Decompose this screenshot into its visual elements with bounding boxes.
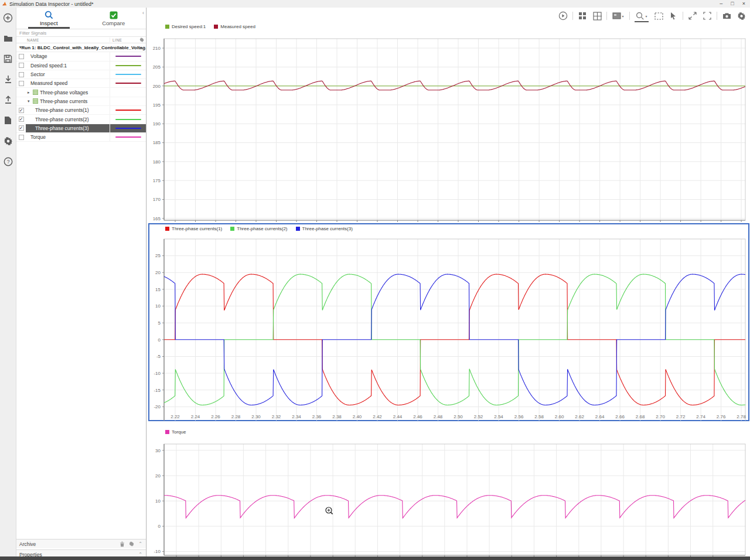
chevron-down-icon[interactable]: ▾	[28, 99, 32, 104]
svg-text:?: ?	[6, 159, 9, 165]
document-icon	[4, 116, 12, 125]
signal-checkbox[interactable]	[19, 135, 24, 140]
column-gear-icon[interactable]	[139, 37, 144, 42]
zoom-plus-cursor-icon	[325, 506, 334, 516]
signal-row[interactable]: Measured speed	[16, 79, 146, 88]
filter-signals-input[interactable]	[16, 29, 146, 36]
pointer-button[interactable]	[668, 11, 679, 21]
signal-label: Desired speed:1	[26, 62, 110, 70]
run-header-label: Run 1: BLDC_Control_with_Ideally_Control…	[22, 45, 146, 50]
close-button[interactable]: ×	[742, 0, 745, 7]
svg-text:2.36: 2.36	[312, 414, 322, 419]
signal-checkbox[interactable]	[19, 63, 24, 68]
maximize-button[interactable]: □	[731, 0, 734, 7]
svg-text:5: 5	[158, 320, 161, 326]
subplot-layout-button[interactable]	[577, 11, 588, 21]
gear-icon[interactable]	[129, 541, 134, 547]
signal-group-row[interactable]: ▸ Three-phase voltages	[16, 88, 146, 97]
svg-text:205: 205	[153, 64, 161, 70]
archive-section-header[interactable]: Archive ⌃	[16, 539, 146, 548]
svg-text:2.32: 2.32	[272, 414, 281, 419]
signal-row[interactable]: Desired speed:1	[16, 62, 146, 70]
matlab-logo-icon	[2, 1, 7, 6]
arrow-down-import-icon	[4, 75, 12, 84]
signal-row[interactable]: ✓Three-phase currents(2)	[16, 115, 146, 124]
create-report-button[interactable]	[0, 110, 16, 131]
line-style-swatch[interactable]	[115, 83, 141, 84]
grid-cross-icon	[593, 12, 602, 21]
signal-label: Three-phase currents(2)	[26, 115, 110, 123]
chevron-up-icon[interactable]: ⌃	[138, 541, 142, 547]
import-button[interactable]	[0, 69, 16, 90]
column-line: LINE	[112, 38, 122, 42]
svg-text:2.72: 2.72	[676, 414, 686, 419]
svg-text:180: 180	[153, 159, 161, 165]
signal-checkbox[interactable]: ✓	[19, 108, 24, 113]
torque-plot[interactable]: 2.262.282.302.322.342.362.382.402.422.44…	[147, 427, 750, 560]
signal-checkbox[interactable]: ✓	[19, 125, 24, 131]
line-style-swatch[interactable]	[115, 128, 141, 129]
svg-text:170: 170	[153, 197, 161, 202]
fullscreen-button[interactable]	[702, 11, 712, 21]
plot-settings-button[interactable]	[736, 11, 746, 21]
arrow-up-export-icon	[4, 95, 12, 104]
signal-checkbox[interactable]: ✓	[19, 117, 24, 122]
signal-row[interactable]: ✓Three-phase currents(3)	[16, 124, 146, 133]
floppy-disk-icon	[4, 54, 12, 63]
replay-button[interactable]	[558, 11, 568, 21]
gear-icon	[737, 12, 746, 21]
minimize-button[interactable]: –	[720, 0, 722, 7]
snapshot-button[interactable]	[721, 11, 732, 21]
svg-text:2.66: 2.66	[615, 414, 625, 419]
save-button[interactable]	[0, 49, 16, 69]
line-style-swatch[interactable]	[115, 119, 141, 120]
speed-plot[interactable]: 2.222.242.262.282.302.322.342.362.382.40…	[147, 26, 750, 223]
currents-plot[interactable]: 2.222.242.262.282.302.322.342.362.382.40…	[147, 225, 750, 421]
visualization-gallery-button[interactable]: ▾	[611, 11, 625, 21]
svg-text:2.74: 2.74	[696, 414, 705, 419]
svg-text:2.28: 2.28	[231, 414, 241, 419]
svg-text:10: 10	[155, 498, 161, 504]
line-style-swatch[interactable]	[115, 110, 141, 111]
tab-compare[interactable]: Compare	[81, 8, 146, 29]
svg-text:-5: -5	[156, 354, 161, 359]
signal-checkbox[interactable]	[19, 81, 24, 86]
line-style-swatch[interactable]	[115, 65, 141, 66]
svg-text:2.60: 2.60	[555, 414, 564, 419]
help-button[interactable]: ?	[0, 151, 16, 172]
svg-text:-20: -20	[154, 404, 161, 409]
svg-text:20: 20	[155, 270, 161, 275]
signal-row[interactable]: Torque	[16, 133, 146, 142]
svg-text:2.38: 2.38	[332, 414, 342, 419]
table-header: NAME LINE	[16, 37, 146, 43]
svg-text:185: 185	[153, 140, 161, 145]
image-dropdown-icon	[612, 12, 621, 19]
cursor-arrow-icon	[670, 12, 677, 20]
signal-row[interactable]: Sector	[16, 70, 146, 79]
panel-tabs: Inspect Compare	[16, 8, 146, 29]
line-style-swatch[interactable]	[115, 136, 141, 138]
export-button[interactable]	[0, 90, 16, 110]
signal-group-row[interactable]: ▾ Three-phase currents	[16, 97, 146, 106]
zoom-button[interactable]: ▾	[634, 11, 649, 21]
signal-checkbox[interactable]	[19, 54, 24, 59]
add-button[interactable]	[0, 8, 16, 28]
run-header-row[interactable]: ▾ Run 1: BLDC_Control_with_Ideally_Contr…	[16, 43, 146, 52]
window-title: Simulation Data Inspector - untitled*	[9, 1, 94, 7]
chevron-right-icon[interactable]: ▸	[28, 90, 32, 95]
svg-text:0: 0	[158, 524, 161, 529]
open-button[interactable]	[0, 28, 16, 49]
line-style-swatch[interactable]	[115, 74, 141, 75]
signal-checkbox[interactable]	[19, 72, 24, 77]
tab-inspect[interactable]: Inspect	[16, 8, 81, 29]
edit-layout-button[interactable]	[592, 11, 602, 21]
svg-text:2.26: 2.26	[211, 414, 220, 419]
fit-to-view-button[interactable]	[687, 11, 698, 21]
signal-row[interactable]: Voltage	[16, 52, 146, 61]
line-style-swatch[interactable]	[115, 56, 141, 57]
preferences-button[interactable]	[0, 131, 16, 151]
svg-text:2.34: 2.34	[292, 414, 301, 419]
trash-icon[interactable]	[120, 541, 125, 547]
zoom-region-button[interactable]	[653, 11, 664, 21]
signal-row[interactable]: ✓Three-phase currents(1)	[16, 106, 146, 115]
